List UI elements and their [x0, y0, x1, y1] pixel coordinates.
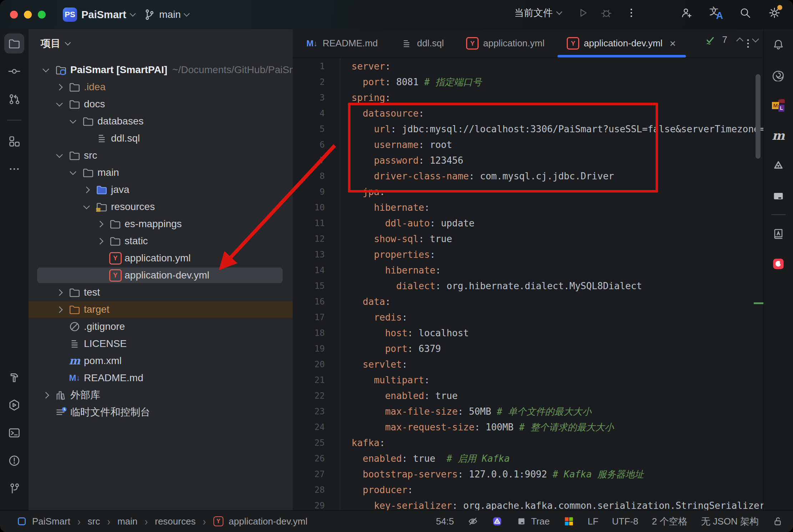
status-json-schema[interactable]: 无 JSON 架构 [701, 515, 759, 528]
tree-item-src[interactable]: src [29, 147, 293, 164]
chevron-right-icon[interactable] [83, 186, 90, 193]
tree-item-idea[interactable]: .idea [29, 78, 293, 96]
branch-widget[interactable]: main [143, 7, 189, 22]
file-icon [68, 149, 81, 162]
status-plugin-status[interactable] [492, 516, 502, 527]
tool-button-notifications[interactable] [764, 29, 793, 60]
tree-item-es-mappings[interactable]: es-mappings [29, 215, 293, 232]
breadcrumb-paismart[interactable]: PaiSmart [16, 516, 70, 527]
tab-application-dev-yml[interactable]: Y application-dev.yml × [556, 29, 687, 57]
chevron-right-icon[interactable] [56, 289, 62, 296]
tree-item-gitignore[interactable]: .gitignore [29, 318, 293, 335]
chevron-down-icon[interactable] [70, 168, 76, 175]
tree-item-java[interactable]: java [29, 181, 293, 198]
tool-button-version-control[interactable] [4, 479, 24, 498]
tree-item-databases[interactable]: databases [29, 113, 293, 130]
status-caret-position[interactable]: 54:5 [436, 516, 454, 527]
close-tab-icon[interactable]: × [670, 38, 676, 49]
file-icon [82, 115, 95, 128]
tool-button-terminal[interactable] [4, 423, 24, 443]
tree-item-target[interactable]: target [29, 301, 293, 318]
tool-button-problems[interactable] [4, 451, 24, 471]
tool-button-project[interactable] [4, 34, 24, 53]
close-window-button[interactable] [10, 11, 18, 19]
status-line-separator[interactable]: LF [588, 516, 598, 527]
tool-button-more-tools[interactable] [4, 159, 24, 179]
debug-button[interactable] [600, 6, 613, 19]
tab-ddl-sql[interactable]: ddl.sql [389, 29, 455, 57]
tab-application-yml[interactable]: Y application.yml [455, 29, 556, 57]
tool-button-plugin-knot[interactable] [764, 150, 793, 181]
chevron-down-icon[interactable] [70, 117, 76, 123]
status-indent[interactable]: 2 个空格 [652, 515, 688, 528]
run-button[interactable] [576, 6, 589, 19]
chevron-right-icon[interactable] [56, 306, 62, 313]
settings-button[interactable] [768, 6, 781, 19]
breadcrumb-resources[interactable]: resources [155, 516, 196, 527]
tool-button-uml-plugin[interactable]: ML [764, 90, 793, 120]
tab-label: application-dev.yml [584, 38, 663, 49]
tool-button-translation-plugin[interactable] [764, 218, 793, 249]
chevron-right-icon[interactable] [97, 238, 103, 244]
tree-item-docs[interactable]: docs [29, 96, 293, 113]
tool-button-red-app-plugin[interactable] [764, 249, 793, 279]
tree-item-label: resources [111, 201, 155, 213]
activity-bar [0, 29, 29, 511]
search-button[interactable] [739, 6, 752, 19]
tree-item-application-yml[interactable]: Y application.yml [29, 250, 293, 267]
tree-item-resources[interactable]: resources [29, 198, 293, 215]
tool-button-maven[interactable]: m [764, 120, 793, 150]
tree-item-license[interactable]: LICENSE [29, 335, 293, 352]
chevron-right-icon[interactable] [56, 84, 62, 90]
project-widget[interactable]: PS PaiSmart [63, 7, 135, 22]
tool-button-device-preview[interactable] [764, 181, 793, 211]
chevron-right-icon[interactable] [42, 392, 49, 398]
tool-button-build[interactable] [4, 367, 24, 387]
breadcrumb-application-dev-yml[interactable]: Yapplication-dev.yml [213, 516, 308, 527]
status-highlighting-level[interactable] [468, 516, 478, 527]
chevron-down-icon[interactable] [56, 100, 62, 106]
chevron-down-icon[interactable] [42, 66, 49, 72]
tree-item-test[interactable]: test [29, 284, 293, 301]
tool-button-ai-assistant[interactable] [764, 60, 793, 90]
editor-scrollbar[interactable] [756, 74, 761, 159]
tool-button-structure[interactable] [4, 131, 24, 151]
translate-button[interactable]: 文A [709, 6, 722, 19]
tool-button-pull-requests[interactable] [4, 89, 24, 109]
zoom-window-button[interactable] [38, 11, 46, 19]
more-actions-button[interactable] [625, 6, 638, 19]
tree-item-readme-md[interactable]: M↓ README.md [29, 369, 293, 387]
tree-item-外部库[interactable]: 外部库 [29, 387, 293, 404]
code-line: 8 driver-class-name: com.mysql.cj.jdbc.D… [293, 168, 764, 184]
tree-item-临时文件和控制台[interactable]: 临时文件和控制台 [29, 404, 293, 421]
tool-button-services[interactable] [4, 395, 24, 415]
tree-item-ddl-sql[interactable]: ddl.sql [29, 130, 293, 147]
tree-item-static[interactable]: static [29, 232, 293, 250]
inspection-widget[interactable]: 7 [704, 34, 758, 45]
tab-readme-md[interactable]: M↓ README.md [295, 29, 389, 57]
next-problem-button[interactable] [752, 35, 759, 42]
divider [771, 214, 786, 215]
breadcrumb-main[interactable]: main [117, 516, 137, 527]
tool-button-commit[interactable] [4, 61, 24, 81]
status-trae[interactable]: Trae [516, 516, 550, 527]
status-encoding[interactable]: UTF-8 [612, 516, 638, 527]
chevron-down-icon[interactable] [56, 151, 62, 158]
tree-item-main[interactable]: main [29, 164, 293, 181]
code-editor[interactable]: 1 server: 2 port: 8081 # 指定端口号 3 spring:… [293, 58, 764, 511]
run-config-selector[interactable]: 当前文件 [514, 6, 561, 19]
tree-item-application-dev-yml[interactable]: Y application-dev.yml [29, 267, 293, 284]
chevron-down-icon[interactable] [83, 203, 90, 209]
add-user-button[interactable] [680, 6, 693, 19]
status-file-lock[interactable] [772, 516, 783, 527]
status-widgets: 54:5TraeLFUTF-82 个空格无 JSON 架构 [436, 511, 783, 532]
status-ms-plugin[interactable] [564, 516, 574, 527]
project-panel-header[interactable]: 项目 [41, 35, 70, 52]
prev-problem-button[interactable] [736, 37, 743, 44]
tree-item-pom-xml[interactable]: m pom.xml [29, 352, 293, 369]
tree-item-paismart[interactable]: PaiSmart [SmartPAI] ~/Documents/GitHub/P… [29, 61, 293, 78]
chevron-right-icon[interactable] [97, 221, 103, 227]
breadcrumb-src[interactable]: src [88, 516, 100, 527]
minimize-window-button[interactable] [24, 11, 32, 19]
breadcrumb: PaiSmart›src›main›resources›Yapplication… [16, 511, 307, 532]
